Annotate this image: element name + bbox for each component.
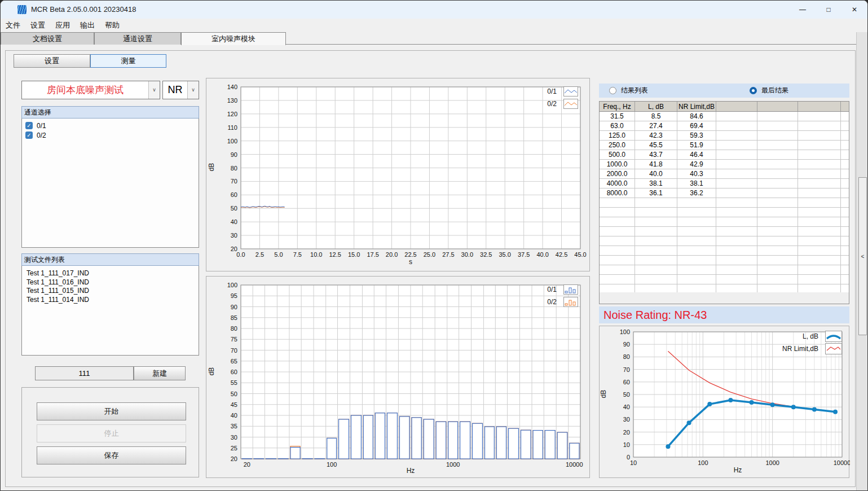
svg-text:45: 45	[231, 401, 237, 408]
svg-text:60: 60	[231, 369, 237, 375]
minimize-button[interactable]: —	[790, 1, 816, 19]
table-cell: 51.9	[677, 141, 716, 150]
time-chart-legend: 0/1 0/2	[547, 86, 578, 109]
maximize-button[interactable]: □	[816, 1, 841, 19]
test-file-item[interactable]: Test 1_111_014_IND	[22, 296, 199, 305]
table-cell: 42.3	[635, 131, 677, 140]
test-type-select[interactable]: 房间本底噪声测试 ∨	[21, 81, 160, 99]
table-cell	[757, 150, 798, 159]
result-table[interactable]: Freq., HzL, dBNR Limit,dB31.58.584.663.0…	[599, 101, 849, 304]
svg-text:55: 55	[231, 379, 237, 386]
menu-bar: 文件设置应用输出帮助	[1, 19, 867, 32]
line-series-icon	[563, 99, 578, 109]
legend-label: 0/2	[547, 298, 557, 306]
svg-text:40: 40	[231, 218, 237, 225]
app-logo-icon	[17, 5, 27, 14]
table-row: 250.045.551.9	[600, 141, 849, 150]
checkbox-icon[interactable]: ✓	[25, 131, 33, 139]
table-row: 125.042.359.3	[600, 131, 849, 141]
close-button[interactable]: ✕	[841, 1, 867, 19]
svg-text:45.0: 45.0	[574, 251, 586, 258]
table-cell: 27.4	[635, 121, 677, 130]
table-cell	[677, 227, 716, 236]
test-file-list[interactable]: Test 1_111_017_INDTest 1_111_016_INDTest…	[21, 266, 199, 356]
svg-text:10000: 10000	[834, 459, 850, 466]
channel-item[interactable]: ✓0/2	[22, 130, 199, 140]
subtab-measure[interactable]: 测量	[90, 54, 166, 68]
save-button[interactable]: 保存	[37, 446, 186, 464]
table-cell	[757, 265, 798, 274]
svg-text:1000: 1000	[765, 459, 779, 466]
svg-text:60: 60	[623, 379, 630, 385]
chevron-down-icon[interactable]: ∨	[187, 81, 199, 99]
test-file-item[interactable]: Test 1_111_016_IND	[22, 278, 199, 287]
table-cell	[757, 141, 798, 150]
table-cell	[757, 256, 798, 265]
results-list-radio[interactable]	[609, 87, 616, 94]
table-cell: 36.1	[635, 188, 677, 198]
collapse-panel-handle[interactable]: <	[858, 177, 867, 335]
table-cell	[798, 227, 841, 236]
table-header-cell	[757, 102, 798, 111]
file-name-input[interactable]	[35, 366, 134, 380]
table-cell	[677, 208, 716, 217]
table-cell: 63.0	[600, 121, 635, 130]
table-cell	[600, 236, 635, 246]
table-row: 31.58.584.6	[600, 112, 849, 121]
svg-text:30.0: 30.0	[461, 251, 473, 258]
table-cell: 43.7	[635, 150, 677, 159]
time-chart-xlabel: s	[241, 258, 580, 266]
table-cell: 69.4	[677, 121, 716, 130]
table-row: 1000.041.842.9	[600, 160, 849, 169]
table-header-cell	[716, 102, 757, 111]
subtab-settings[interactable]: 设置	[14, 54, 90, 68]
tab-1[interactable]: 文档设置	[1, 32, 94, 45]
table-cell	[798, 112, 841, 121]
checkbox-icon[interactable]: ✓	[25, 122, 33, 129]
svg-text:70: 70	[231, 347, 237, 354]
test-file-item[interactable]: Test 1_111_015_IND	[22, 287, 199, 296]
table-cell	[798, 217, 841, 226]
app-window: MCR Beta 2.05.0.001 20230418 — □ ✕ 文件设置应…	[0, 0, 868, 491]
table-cell	[677, 217, 716, 226]
nr-result-chart: 010203040506070809010010100100010000 dB …	[599, 326, 849, 478]
table-cell	[757, 160, 798, 169]
svg-text:70: 70	[623, 366, 630, 373]
table-cell	[798, 246, 841, 255]
start-button[interactable]: 开始	[37, 402, 186, 420]
rating-type-select[interactable]: NR ∨	[162, 81, 199, 99]
channel-item[interactable]: ✓0/1	[22, 121, 199, 130]
table-cell	[635, 236, 677, 246]
test-file-item[interactable]: Test 1_111_017_IND	[22, 269, 199, 278]
table-cell	[841, 265, 849, 274]
svg-text:90: 90	[623, 341, 630, 348]
nr-chart-legend: L, dB NR Limit,dB	[782, 331, 842, 354]
svg-text:20: 20	[623, 429, 630, 436]
table-cell	[677, 198, 716, 207]
svg-text:60: 60	[231, 191, 237, 198]
table-cell	[841, 112, 849, 121]
svg-text:32.5: 32.5	[480, 251, 492, 258]
window-controls: — □ ✕	[790, 1, 867, 19]
tab-3[interactable]: 室内噪声模块	[181, 32, 286, 45]
menu-item-1[interactable]: 文件	[1, 19, 25, 32]
table-cell	[757, 169, 798, 178]
menu-item-4[interactable]: 输出	[75, 19, 100, 32]
svg-text:85: 85	[231, 314, 237, 321]
channel-list[interactable]: ✓0/1✓0/2	[21, 119, 199, 248]
table-cell: 46.4	[677, 150, 716, 159]
table-cell	[716, 217, 757, 226]
new-button[interactable]: 新建	[134, 366, 186, 380]
menu-item-5[interactable]: 帮助	[100, 19, 125, 32]
table-cell: 250.0	[600, 141, 635, 150]
control-buttons-group: 开始 停止 保存	[21, 387, 199, 477]
last-result-radio[interactable]	[750, 87, 757, 94]
table-cell	[757, 121, 798, 130]
tab-2[interactable]: 通道设置	[94, 32, 181, 45]
time-chart-ylabel: dB	[208, 163, 215, 172]
stop-button: 停止	[37, 424, 186, 442]
menu-item-3[interactable]: 应用	[50, 19, 75, 32]
menu-item-2[interactable]: 设置	[25, 19, 50, 32]
svg-text:20.0: 20.0	[386, 251, 398, 258]
chevron-down-icon[interactable]: ∨	[148, 81, 160, 99]
